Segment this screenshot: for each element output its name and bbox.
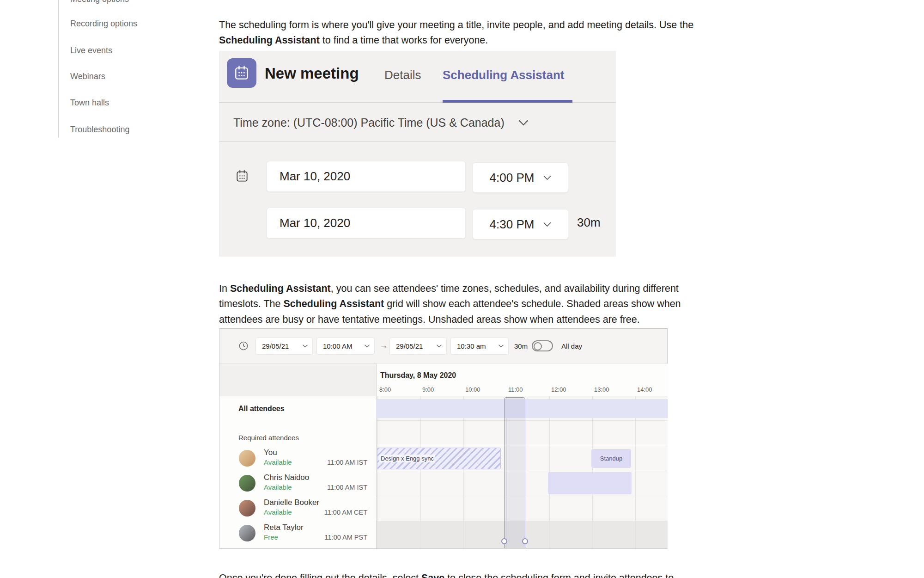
scheduling-assistant-paragraph: In Scheduling Assistant, you can see att… [219, 281, 702, 328]
avatar [239, 500, 255, 517]
time-tick: 10:00 [465, 386, 480, 393]
sidebar-item-live-events[interactable]: Live events [70, 46, 112, 55]
attendee-name: Reta Taylor [264, 523, 304, 532]
calendar-icon [235, 169, 249, 184]
chevron-down-icon [303, 344, 308, 348]
sidebar-item-webinars[interactable]: Webinars [70, 72, 105, 81]
duration-label: 30m [577, 215, 601, 230]
attendee-row: Danielle Booker Available 11:00 AM CET [219, 496, 376, 521]
intro-paragraph: The scheduling form is where you'll give… [219, 18, 702, 49]
start-time-dropdown[interactable]: 10:00 AM [316, 338, 375, 355]
sidebar-item-troubleshooting[interactable]: Troubleshooting [70, 125, 129, 135]
time-tick: 13:00 [594, 386, 609, 393]
new-meeting-form-screenshot: New meeting Details Scheduling Assistant… [219, 51, 616, 257]
tab-scheduling-assistant[interactable]: Scheduling Assistant [443, 68, 564, 82]
time-tick: 12:00 [551, 386, 566, 393]
attendee-name: Chris Naidoo [264, 473, 309, 482]
required-attendees-label: Required attendees [238, 434, 299, 442]
sidebar-item-town-halls[interactable]: Town halls [70, 98, 109, 108]
gridline-vertical [377, 396, 378, 548]
start-time-dropdown[interactable]: 4:00 PM [473, 162, 568, 193]
attendee-status: Available [264, 483, 292, 491]
attendee-name: You [264, 448, 277, 457]
attendee-local-time: 11:00 AM PST [319, 534, 367, 541]
chevron-down-icon [365, 344, 370, 348]
sidebar-divider [58, 0, 59, 138]
attendee-local-time: 11:00 AM IST [319, 459, 367, 466]
sidebar-item-recording-options[interactable]: Recording options [70, 19, 137, 29]
chevron-down-icon [543, 222, 551, 227]
chevron-down-icon [498, 344, 504, 348]
gridline-vertical [635, 396, 636, 548]
attendee-panel-header [219, 363, 376, 396]
clock-icon [238, 340, 249, 351]
attendee-row: Reta Taylor Free 11:00 AM PST [219, 521, 376, 546]
active-tab-indicator [443, 100, 572, 103]
toggle-knob [534, 342, 542, 350]
time-tick: 14:00 [637, 386, 652, 393]
timezone-divider [219, 141, 616, 142]
time-tick: 9:00 [422, 386, 434, 393]
header-divider [219, 396, 668, 396]
selection-handle-right[interactable] [522, 538, 528, 544]
avatar [239, 450, 255, 467]
chevron-down-icon [543, 175, 551, 180]
attendee-local-time: 11:00 AM CET [319, 509, 367, 516]
all-day-toggle[interactable] [532, 340, 553, 351]
scheduling-assistant-screenshot: 29/05/21 10:00 AM → 29/05/21 10:30 am 30… [219, 328, 668, 549]
time-tick: 11:00 [508, 386, 523, 393]
start-date-dropdown[interactable]: 29/05/21 [255, 338, 313, 355]
avatar [239, 475, 255, 492]
event-standup[interactable]: Standup [591, 449, 631, 468]
scheduler-toolbar: 29/05/21 10:00 AM → 29/05/21 10:30 am 30… [219, 329, 667, 363]
timezone-label: Time zone: (UTC-08:00) Pacific Time (US … [233, 116, 505, 129]
sidebar-item-meeting-options[interactable]: Meeting options [70, 0, 129, 4]
duration-label: 30m [514, 342, 528, 350]
event-chris-busy[interactable] [548, 472, 632, 494]
save-paragraph: Once you're done filling out the details… [219, 571, 674, 578]
documentation-page: Meeting options Recording options Live e… [0, 0, 924, 578]
gridline-vertical [463, 396, 464, 548]
end-date-dropdown[interactable]: 29/05/21 [389, 338, 447, 355]
all-attendees-label: All attendees [238, 405, 285, 413]
tab-details[interactable]: Details [384, 68, 421, 82]
arrow-right-icon: → [379, 341, 388, 350]
attendee-status: Available [264, 508, 292, 516]
chevron-down-icon [437, 344, 442, 348]
event-design-engg-sync[interactable]: Design x Engg sync [377, 448, 501, 469]
end-date-input[interactable]: Mar 10, 2020 [267, 208, 466, 239]
time-selection-column[interactable] [504, 397, 525, 548]
attendee-status: Free [264, 533, 278, 541]
end-time-dropdown[interactable]: 10:30 am [450, 338, 509, 355]
attendee-status: Available [264, 458, 292, 466]
start-date-input[interactable]: Mar 10, 2020 [267, 161, 466, 192]
chevron-down-icon [518, 120, 529, 126]
attendee-local-time: 11:00 AM IST [319, 484, 367, 491]
day-header-label: Thursday, 8 May 2020 [380, 371, 456, 380]
calendar-app-icon [227, 58, 256, 88]
panel-grid-divider [376, 363, 377, 548]
selection-handle-left[interactable] [501, 538, 507, 544]
attendee-row: You Available 11:00 AM IST [219, 446, 376, 471]
attendee-row: Chris Naidoo Available 11:00 AM IST [219, 471, 376, 496]
end-time-dropdown[interactable]: 4:30 PM [473, 209, 568, 240]
all-day-label: All day [561, 342, 582, 350]
attendee-name: Danielle Booker [264, 498, 319, 507]
time-tick: 8:00 [379, 386, 391, 393]
dialog-title: New meeting [265, 65, 359, 82]
avatar [239, 525, 255, 541]
gridline-vertical [420, 396, 421, 548]
timezone-selector[interactable]: Time zone: (UTC-08:00) Pacific Time (US … [233, 116, 529, 129]
